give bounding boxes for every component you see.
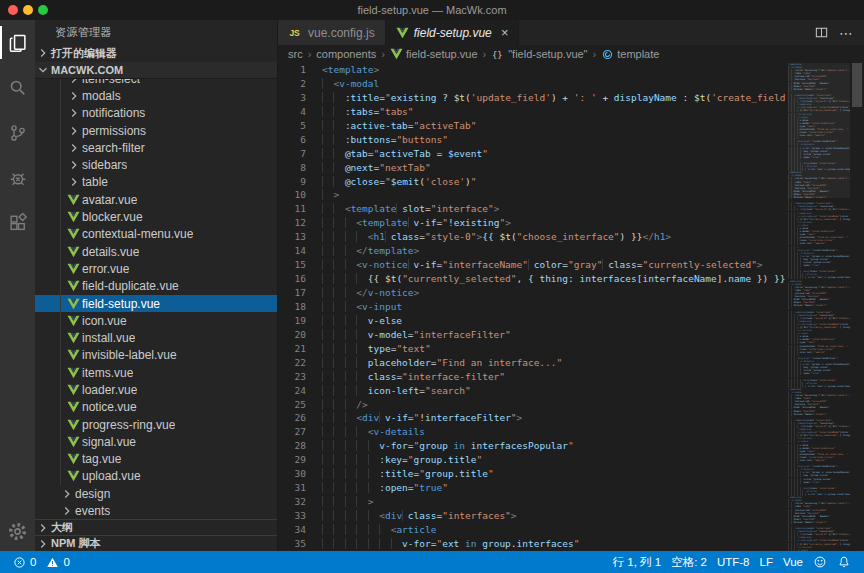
activity-item-manage[interactable] — [0, 511, 35, 551]
tree-item-tag-vue[interactable]: tag.vue — [35, 451, 277, 468]
tree-item-error-vue[interactable]: error.vue — [35, 260, 277, 277]
status-cursor-position-label: 行 1, 列 1 — [613, 555, 662, 570]
editor-line-13[interactable]: 13 <h1 class="style-0">{{ $t("choose_int… — [278, 230, 864, 244]
editor-line-7[interactable]: 7 @tab="activeTab = $event" — [278, 147, 864, 161]
tree-item-icon-vue[interactable]: icon.vue — [35, 312, 277, 329]
scrollbar-thumb[interactable] — [852, 63, 862, 107]
tree-item-invisible-label-vue[interactable]: invisible-label.vue — [35, 347, 277, 364]
tree-item-notifications[interactable]: notifications — [35, 105, 277, 122]
tab-vue-config-js[interactable]: JSvue.config.js — [278, 20, 386, 45]
editor-line-14[interactable]: 14 </template> — [278, 244, 864, 258]
line-content: v-else — [306, 314, 402, 328]
editor-line-6[interactable]: 6 :buttons="buttons" — [278, 133, 864, 147]
tree-item-item-select[interactable]: item-select — [35, 79, 277, 87]
editor-line-3[interactable]: 3 :title="existing ? $t('update_field') … — [278, 91, 864, 105]
editor-line-19[interactable]: 19 v-else — [278, 314, 864, 328]
editor-line-23[interactable]: 23 class="interface-filter" — [278, 370, 864, 384]
editor-line-31[interactable]: 31 :open="true" — [278, 481, 864, 495]
status-eol[interactable]: LF — [755, 551, 778, 573]
status-errors[interactable]: 0 — [8, 551, 41, 573]
minimap-slider[interactable] — [788, 63, 850, 198]
section-npm-scripts[interactable]: NPM 脚本 — [35, 535, 277, 551]
editor-line-10[interactable]: 10 > — [278, 188, 864, 202]
vertical-scrollbar[interactable] — [850, 63, 864, 551]
status-indentation[interactable]: 空格: 2 — [666, 551, 712, 573]
editor-line-35[interactable]: 35 v-for="ext in group.interfaces" — [278, 537, 864, 551]
close-window-button[interactable] — [8, 5, 18, 15]
editor-line-34[interactable]: 34 <article — [278, 523, 864, 537]
tree-item-signal-vue[interactable]: signal.vue — [35, 433, 277, 450]
editor-line-17[interactable]: 17 </v-notice> — [278, 286, 864, 300]
editor-line-28[interactable]: 28 v-for="group in interfacesPopular" — [278, 439, 864, 453]
minimize-window-button[interactable] — [23, 5, 33, 15]
editor-line-27[interactable]: 27 <v-details — [278, 425, 864, 439]
breadcrumb-item-src[interactable]: src — [288, 48, 303, 60]
status-language-mode[interactable]: Vue — [778, 551, 808, 573]
breadcrumb-item-field-setup-vue[interactable]: {}"field-setup.vue" — [491, 47, 587, 61]
editor-line-1[interactable]: 1<template> — [278, 63, 864, 77]
split-editor-button[interactable] — [814, 25, 829, 40]
editor-line-25[interactable]: 25 /> — [278, 398, 864, 412]
editor-line-30[interactable]: 30 :title="group.title" — [278, 467, 864, 481]
tree-item-upload-vue[interactable]: upload.vue — [35, 468, 277, 485]
activity-item-debug[interactable] — [0, 155, 35, 200]
section-root-folder[interactable]: MACWK.COM — [35, 62, 277, 79]
breadcrumb-item-template[interactable]: template — [601, 48, 659, 61]
editor-line-16[interactable]: 16 {{ $t("currently_selected", { thing: … — [278, 272, 864, 286]
tree-item-blocker-vue[interactable]: blocker.vue — [35, 208, 277, 225]
section-open-editors[interactable]: 打开的编辑器 — [35, 44, 277, 62]
tab-close-icon[interactable]: × — [501, 26, 509, 39]
activity-item-search[interactable] — [0, 65, 35, 110]
editor-line-24[interactable]: 24 icon-left="search" — [278, 384, 864, 398]
editor-line-22[interactable]: 22 placeholder="Find an interface..." — [278, 356, 864, 370]
editor-line-32[interactable]: 32 > — [278, 495, 864, 509]
tree-item-notice-vue[interactable]: notice.vue — [35, 399, 277, 416]
zoom-window-button[interactable] — [38, 5, 48, 15]
tree-item-search-filter[interactable]: search-filter — [35, 139, 277, 156]
editor-line-8[interactable]: 8 @next="nextTab" — [278, 161, 864, 175]
breadcrumb-item-field-setup-vue[interactable]: field-setup.vue — [390, 48, 478, 60]
editor-line-11[interactable]: 11 <template slot="interface"> — [278, 202, 864, 216]
status-feedback[interactable] — [808, 551, 832, 573]
minimap[interactable]: <template> <v-modal :title="existing ? $… — [788, 63, 850, 551]
status-encoding[interactable]: UTF-8 — [712, 551, 755, 573]
tree-item-sidebars[interactable]: sidebars — [35, 156, 277, 173]
editor-line-29[interactable]: 29 :key="group.title" — [278, 453, 864, 467]
tree-item-field-setup-vue[interactable]: field-setup.vue — [35, 295, 277, 312]
tree-item-table[interactable]: table — [35, 174, 277, 191]
tree-item-contextual-menu-vue[interactable]: contextual-menu.vue — [35, 226, 277, 243]
tree-item-loader-vue[interactable]: loader.vue — [35, 381, 277, 398]
code-editor[interactable]: 1<template>2 <v-modal3 :title="existing … — [278, 63, 864, 551]
editor-line-33[interactable]: 33 <div class="interfaces"> — [278, 509, 864, 523]
tree-item-install-vue[interactable]: install.vue — [35, 329, 277, 346]
editor-line-12[interactable]: 12 <template v-if="!existing"> — [278, 216, 864, 230]
activity-item-source-control[interactable] — [0, 110, 35, 155]
status-cursor-position[interactable]: 行 1, 列 1 — [608, 551, 667, 573]
tree-item-avatar-vue[interactable]: avatar.vue — [35, 191, 277, 208]
tree-item-design[interactable]: design — [35, 485, 277, 502]
tree-item-modals[interactable]: modals — [35, 87, 277, 104]
tree-item-permissions[interactable]: permissions — [35, 122, 277, 139]
tree-item-field-duplicate-vue[interactable]: field-duplicate.vue — [35, 278, 277, 295]
tree-item-details-vue[interactable]: details.vue — [35, 243, 277, 260]
more-actions-button[interactable]: ⋯ — [839, 25, 854, 41]
tree-item-events[interactable]: events — [35, 502, 277, 519]
editor-line-9[interactable]: 9 @close="$emit('close')" — [278, 175, 864, 189]
editor-line-2[interactable]: 2 <v-modal — [278, 77, 864, 91]
breadcrumb-item-components[interactable]: components — [316, 48, 376, 60]
tree-item-progress-ring-vue[interactable]: progress-ring.vue — [35, 416, 277, 433]
status-notifications[interactable] — [832, 551, 856, 573]
editor-line-18[interactable]: 18 <v-input — [278, 300, 864, 314]
editor-line-5[interactable]: 5 :active-tab="activeTab" — [278, 119, 864, 133]
activity-item-explorer[interactable] — [0, 20, 35, 65]
tree-item-items-vue[interactable]: items.vue — [35, 364, 277, 381]
editor-line-21[interactable]: 21 type="text" — [278, 342, 864, 356]
activity-item-extensions[interactable] — [0, 200, 35, 245]
editor-line-26[interactable]: 26 <div v-if="!interfaceFilter"> — [278, 411, 864, 425]
section-outline[interactable]: 大纲 — [35, 519, 277, 535]
editor-line-20[interactable]: 20 v-model="interfaceFilter" — [278, 328, 864, 342]
editor-line-4[interactable]: 4 :tabs="tabs" — [278, 105, 864, 119]
editor-line-15[interactable]: 15 <v-notice v-if="interfaceName" color=… — [278, 258, 864, 272]
tab-field-setup-vue[interactable]: field-setup.vue× — [386, 20, 520, 45]
status-warnings[interactable]: 0 — [41, 551, 74, 573]
